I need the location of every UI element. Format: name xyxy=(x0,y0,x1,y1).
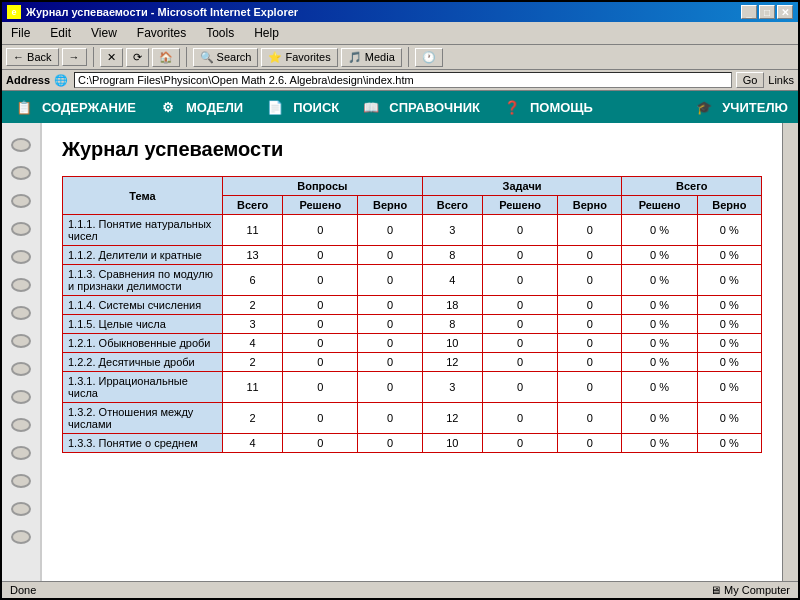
v-vsego-cell: 13 xyxy=(223,246,283,265)
z-resheno-cell: 0 xyxy=(483,296,558,315)
all-verno-cell: 0 % xyxy=(697,265,761,296)
status-bar: Done 🖥 My Computer xyxy=(2,581,798,598)
z-resheno-cell: 0 xyxy=(483,334,558,353)
z-verno-cell: 0 xyxy=(558,315,622,334)
address-input[interactable] xyxy=(74,72,732,88)
content-icon: 📋 xyxy=(12,95,36,119)
table-body: 1.1.1. Понятие натуральных чисел 11 0 0 … xyxy=(63,215,762,453)
v-vsego-cell: 2 xyxy=(223,403,283,434)
menu-view[interactable]: View xyxy=(86,24,122,42)
menu-file[interactable]: File xyxy=(6,24,35,42)
col-z-resheno: Решено xyxy=(483,196,558,215)
spiral-ring-9 xyxy=(11,362,31,376)
z-verno-cell: 0 xyxy=(558,403,622,434)
scrollbar[interactable] xyxy=(782,123,798,581)
reference-icon: 📖 xyxy=(359,95,383,119)
z-resheno-cell: 0 xyxy=(483,403,558,434)
v-vsego-cell: 3 xyxy=(223,315,283,334)
table-row: 1.1.3. Сравнения по модулю и признаки де… xyxy=(63,265,762,296)
z-resheno-cell: 0 xyxy=(483,434,558,453)
nav-search[interactable]: 📄 ПОИСК xyxy=(263,95,339,119)
nav-help-label: ПОМОЩЬ xyxy=(530,100,593,115)
all-verno-cell: 0 % xyxy=(697,296,761,315)
z-verno-cell: 0 xyxy=(558,215,622,246)
v-resheno-cell: 0 xyxy=(283,215,358,246)
spiral-ring-1 xyxy=(11,138,31,152)
all-resheno-cell: 0 % xyxy=(622,434,697,453)
v-resheno-cell: 0 xyxy=(283,334,358,353)
topic-cell: 1.1.4. Системы счисления xyxy=(63,296,223,315)
z-verno-cell: 0 xyxy=(558,353,622,372)
menu-favorites[interactable]: Favorites xyxy=(132,24,191,42)
topic-cell: 1.1.3. Сравнения по модулю и признаки де… xyxy=(63,265,223,296)
favorites-button[interactable]: ⭐ Favorites xyxy=(261,48,337,67)
spiral-ring-7 xyxy=(11,306,31,320)
v-verno-cell: 0 xyxy=(358,434,422,453)
title-bar-controls: _ □ ✕ xyxy=(741,5,793,19)
v-verno-cell: 0 xyxy=(358,246,422,265)
history-button[interactable]: 🕐 xyxy=(415,48,443,67)
v-vsego-cell: 11 xyxy=(223,372,283,403)
topic-cell: 1.3.2. Отношения между числами xyxy=(63,403,223,434)
table-row: 1.3.3. Понятие о среднем 4 0 0 10 0 0 0 … xyxy=(63,434,762,453)
z-verno-cell: 0 xyxy=(558,246,622,265)
maximize-button[interactable]: □ xyxy=(759,5,775,19)
nav-help[interactable]: ❓ ПОМОЩЬ xyxy=(500,95,593,119)
z-vsego-cell: 3 xyxy=(422,215,482,246)
nav-reference[interactable]: 📖 СПРАВОЧНИК xyxy=(359,95,480,119)
browser-window: e Журнал успеваемости - Microsoft Intern… xyxy=(0,0,800,600)
v-vsego-cell: 6 xyxy=(223,265,283,296)
menu-help[interactable]: Help xyxy=(249,24,284,42)
links-label: Links xyxy=(768,74,794,86)
search-button[interactable]: 🔍 Search xyxy=(193,48,259,67)
nav-models[interactable]: ⚙ МОДЕЛИ xyxy=(156,95,243,119)
all-resheno-cell: 0 % xyxy=(622,315,697,334)
toolbar-separator-2 xyxy=(186,47,187,67)
z-resheno-cell: 0 xyxy=(483,265,558,296)
nav-teacher[interactable]: 🎓 УЧИТЕЛЮ xyxy=(692,95,788,119)
topic-cell: 1.2.1. Обыкновенные дроби xyxy=(63,334,223,353)
v-resheno-cell: 0 xyxy=(283,403,358,434)
v-vsego-cell: 2 xyxy=(223,353,283,372)
home-button[interactable]: 🏠 xyxy=(152,48,180,67)
go-button[interactable]: Go xyxy=(736,72,765,88)
table-row: 1.1.1. Понятие натуральных чисел 11 0 0 … xyxy=(63,215,762,246)
all-resheno-cell: 0 % xyxy=(622,334,697,353)
stop-button[interactable]: ✕ xyxy=(100,48,123,67)
menu-tools[interactable]: Tools xyxy=(201,24,239,42)
computer-icon: 🖥 xyxy=(710,584,721,596)
nav-content[interactable]: 📋 СОДЕРЖАНИЕ xyxy=(12,95,136,119)
address-label: Address xyxy=(6,74,50,86)
z-resheno-cell: 0 xyxy=(483,246,558,265)
v-resheno-cell: 0 xyxy=(283,315,358,334)
address-bar: Address 🌐 Go Links xyxy=(2,70,798,91)
refresh-button[interactable]: ⟳ xyxy=(126,48,149,67)
back-button[interactable]: ← Back xyxy=(6,48,59,66)
col-z-vsego: Всего xyxy=(422,196,482,215)
all-verno-cell: 0 % xyxy=(697,434,761,453)
media-button[interactable]: 🎵 Media xyxy=(341,48,402,67)
all-resheno-cell: 0 % xyxy=(622,353,697,372)
minimize-button[interactable]: _ xyxy=(741,5,757,19)
z-vsego-cell: 8 xyxy=(422,246,482,265)
table-row: 1.3.2. Отношения между числами 2 0 0 12 … xyxy=(63,403,762,434)
forward-button[interactable]: → xyxy=(62,48,87,66)
z-vsego-cell: 12 xyxy=(422,403,482,434)
z-verno-cell: 0 xyxy=(558,372,622,403)
page-content[interactable]: Журнал успеваемости Тема Вопросы Задачи … xyxy=(42,123,782,581)
nav-teacher-label: УЧИТЕЛЮ xyxy=(722,100,788,115)
teacher-icon: 🎓 xyxy=(692,95,716,119)
v-resheno-cell: 0 xyxy=(283,246,358,265)
page-title: Журнал успеваемости xyxy=(62,138,762,161)
col-z-verno: Верно xyxy=(558,196,622,215)
table-row: 1.1.4. Системы счисления 2 0 0 18 0 0 0 … xyxy=(63,296,762,315)
col-all-resheno: Решено xyxy=(622,196,697,215)
table-row: 1.1.5. Целые числа 3 0 0 8 0 0 0 % 0 % xyxy=(63,315,762,334)
spiral-margin xyxy=(2,123,42,581)
all-resheno-cell: 0 % xyxy=(622,246,697,265)
topic-cell: 1.2.2. Десятичные дроби xyxy=(63,353,223,372)
menu-edit[interactable]: Edit xyxy=(45,24,76,42)
title-bar-left: e Журнал успеваемости - Microsoft Intern… xyxy=(7,5,298,19)
close-button[interactable]: ✕ xyxy=(777,5,793,19)
nav-models-label: МОДЕЛИ xyxy=(186,100,243,115)
